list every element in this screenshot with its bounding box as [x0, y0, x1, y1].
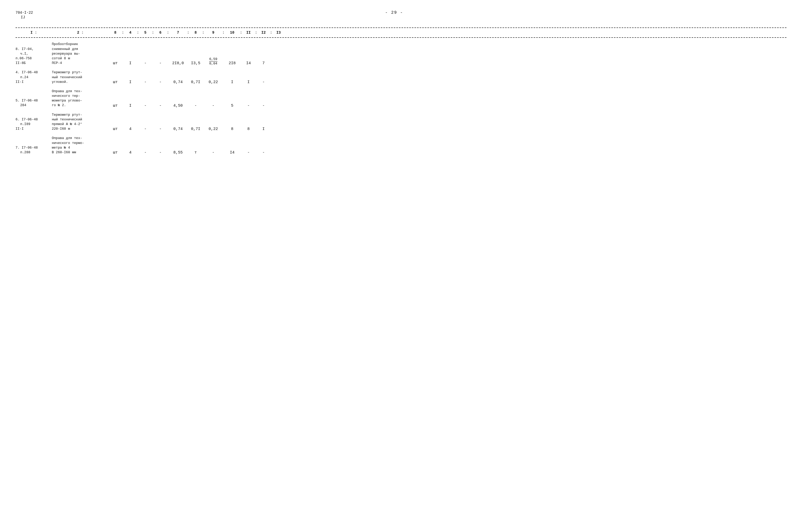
col-header-2: 2 :	[52, 31, 109, 35]
row4-ref2: п.I89	[16, 122, 52, 127]
table-row: 8. I7-04, ч.I, п.06-758 II-8Б Пробоотбор…	[16, 42, 786, 65]
row2-desc2: ный технический	[52, 75, 109, 80]
row3-c8: -	[189, 103, 202, 108]
row2-c6: -	[154, 80, 167, 84]
col-header-4: 4	[124, 31, 137, 35]
row4-c12: I	[257, 127, 270, 131]
row1-ref4: II-8Б	[16, 61, 52, 65]
row4-c7: 0,74	[169, 127, 187, 131]
row2-c4: I	[124, 80, 137, 84]
row1-c12: 7	[257, 61, 270, 65]
col-header-5: 5	[139, 31, 152, 35]
row4-c10: 8	[224, 127, 240, 131]
top-dashed-line	[16, 27, 786, 28]
item-desc: Термометр ртут- ный технический прямой А…	[52, 113, 109, 132]
row1-c11: I4	[242, 61, 255, 65]
row3-desc2: нического тер-	[52, 94, 109, 98]
col-header-3: 8	[109, 31, 122, 35]
row1-ref3: п.06-758	[16, 56, 52, 61]
row1-c4: I	[124, 61, 137, 65]
main-table: I : 2 : 8 : 4 : 5 : 6 : 7 : 8 : 9 : 10 :…	[16, 27, 786, 155]
row1-c5: -	[139, 61, 152, 65]
row3-c7: 4,50	[169, 103, 187, 108]
row5-c5: -	[139, 150, 152, 155]
row1-desc2: сниженный для	[52, 47, 109, 52]
row4-c4: 4	[124, 127, 137, 131]
col-header-11: II	[242, 31, 255, 35]
row4-c9: 0,22	[204, 127, 222, 131]
item-ref: 4. I7-06-48 п.24 II-I	[16, 70, 52, 84]
col-header-13: I3	[272, 31, 285, 35]
row1-desc4: сотой 8 м	[52, 56, 109, 61]
row2-ref2: п.24	[16, 75, 52, 80]
table-row: 7. I7-06-48 п.288 Оправа для тех- ническ…	[16, 136, 786, 155]
row5-c6: -	[154, 150, 167, 155]
col-header-12: I2	[257, 31, 270, 35]
row2-c8: 0,7I	[189, 80, 202, 84]
row5-c4: 4	[124, 150, 137, 155]
row2-c10: I	[224, 80, 240, 84]
row3-c10: 5	[224, 103, 240, 108]
row3-c6: -	[154, 103, 167, 108]
row1-c7: 2I8,0	[169, 61, 187, 65]
row5-c9: -	[204, 150, 222, 155]
col-header-6: 6	[154, 31, 167, 35]
row2-c5: -	[139, 80, 152, 84]
row2-desc1: Термометр ртут-	[52, 70, 109, 75]
row3-desc3: мометра углово-	[52, 98, 109, 103]
row5-c7: 8,55	[169, 150, 187, 155]
row5-desc2: нического термо-	[52, 141, 109, 146]
col-header-7: 7	[169, 31, 187, 35]
col-header-1: I :	[16, 31, 52, 35]
row2-ref1: 4. I7-06-48	[16, 70, 52, 75]
item-ref: 6. I7-06-48 п.I89 II-I	[16, 117, 52, 132]
item-ref: 5. I7-06-48 284	[16, 98, 52, 108]
item-desc: Оправа для тех- нического термо- метра №…	[52, 136, 109, 155]
row5-c11: -	[242, 150, 255, 155]
col-header-10: 10	[224, 31, 240, 35]
row4-desc2: ный технический	[52, 117, 109, 122]
table-row: 4. I7-06-48 п.24 II-I Термометр ртут- ны…	[16, 70, 786, 84]
row1-c8: I3,5	[189, 61, 202, 65]
row5-ref2: п.288	[16, 150, 52, 155]
page-number: - 29 -	[385, 11, 403, 15]
row5-desc4: В 260-I60 мм	[52, 150, 109, 155]
row5-ref1: 7. I7-06-48	[16, 146, 52, 150]
doc-id-text: 704-I-22	[16, 11, 33, 15]
row4-c11: 8	[242, 127, 255, 131]
fraction-den: 0,04	[209, 62, 217, 65]
column-headers: I : 2 : 8 : 4 : 5 : 6 : 7 : 8 : 9 : 10 :…	[16, 29, 786, 36]
col-header-8: 8	[189, 31, 202, 35]
row4-c6: -	[154, 127, 167, 131]
sub-dashed-line	[16, 37, 786, 38]
row2-c11: I	[242, 80, 255, 84]
row3-c5: -	[139, 103, 152, 108]
row3-c4: I	[124, 103, 137, 108]
table-row: 6. I7-06-48 п.I89 II-I Термометр ртут- н…	[16, 113, 786, 132]
row4-c8: 0,7I	[189, 127, 202, 131]
row5-desc3: метра № 4	[52, 146, 109, 150]
item-desc: Термометр ртут- ный технический угловой.	[52, 70, 109, 84]
row2-unit: шт	[109, 80, 122, 84]
row3-desc4: го № 2.	[52, 103, 109, 108]
row4-c5: -	[139, 127, 152, 131]
row2-c9: 0,22	[204, 80, 222, 84]
row4-desc4: 220-I60 м	[52, 127, 109, 131]
row1-desc1: Пробоотборник	[52, 42, 109, 46]
row4-desc1: Термометр ртут-	[52, 113, 109, 117]
page-header: 704-I-22 IJ - 29 -	[16, 11, 786, 20]
row1-desc5: ПСР-4	[52, 61, 109, 65]
doc-id: 704-I-22 IJ	[16, 11, 33, 20]
row1-unit: шт	[109, 61, 122, 65]
row2-desc3: угловой.	[52, 80, 109, 84]
row2-c7: 0,74	[169, 80, 187, 84]
row3-c11: -	[242, 103, 255, 108]
table-row: 5. I7-06-48 284 Оправа для тех- ническог…	[16, 89, 786, 108]
fraction: 6,59 0,04	[209, 57, 217, 66]
row3-c9: -	[204, 103, 222, 108]
row2-ref3: II-I	[16, 80, 52, 84]
item-ref: 8. I7-04, ч.I, п.06-758 II-8Б	[16, 47, 52, 66]
row3-ref1: 5. I7-06-48	[16, 98, 52, 103]
row3-ref2: 284	[16, 103, 52, 108]
item-ref: 7. I7-06-48 п.288	[16, 146, 52, 155]
